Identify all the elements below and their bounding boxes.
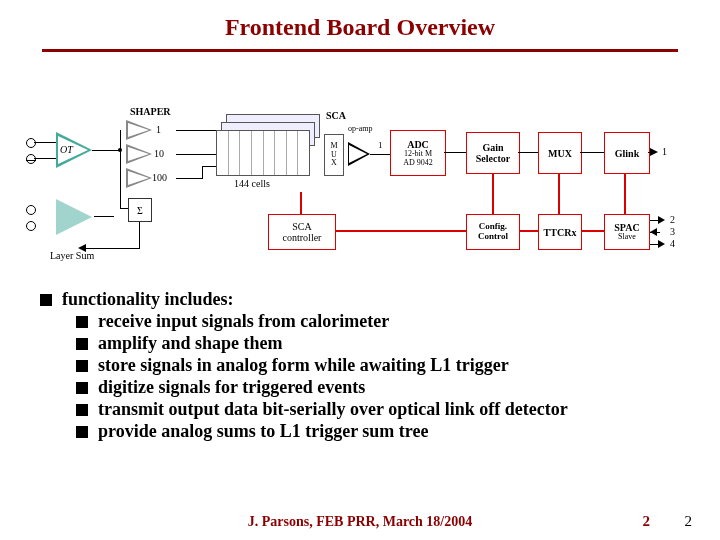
out-1: 1: [662, 146, 667, 157]
input-port-2g: [26, 221, 36, 231]
preamp2-icon: [56, 199, 92, 235]
bullet-icon: [76, 316, 88, 328]
bullet-text: amplify and shape them: [98, 333, 283, 354]
wire-ttc-spac: [582, 230, 604, 232]
gain-1: 1: [156, 124, 161, 135]
page-number-black: 2: [685, 513, 693, 530]
title-underline: [42, 49, 678, 52]
bullet-item-2: store signals in analog form while await…: [76, 355, 680, 376]
bullet-item-0: receive input signals from calorimeter: [76, 311, 680, 332]
wire-glink-down: [624, 174, 626, 214]
config-control-label: Config. Control: [478, 222, 508, 242]
bullet-top-text: functionality includes:: [62, 289, 234, 310]
wire-gs-mux: [518, 152, 538, 153]
mux-small-label: M U X: [330, 142, 337, 168]
wire-pre-shaper: [92, 150, 120, 151]
bullet-icon: [76, 360, 88, 372]
block-diagram: OT SHAPER 1 10 100 Σ Layer Sum: [26, 88, 694, 270]
wire-opamp-adc: [370, 154, 390, 155]
bullet-icon: [40, 294, 52, 306]
opamp-label: op-amp: [348, 124, 372, 133]
out-3: 3: [670, 226, 675, 237]
wire-sigma-down: [139, 222, 140, 248]
gnd-tick-1: [26, 160, 36, 161]
wire-sigma-out: [84, 248, 140, 249]
wire-s1: [176, 130, 216, 131]
page-title: Frontend Board Overview: [0, 0, 720, 41]
wire-sigma-v: [120, 180, 121, 209]
input-port-1g: [26, 154, 36, 164]
bullet-list: functionality includes: receive input si…: [40, 288, 680, 443]
arrow-out3: [650, 228, 657, 236]
sca-controller-box: SCA controller: [268, 214, 336, 250]
wire-mux-glink: [580, 152, 604, 153]
bullet-top: functionality includes:: [40, 289, 680, 310]
adc-in-1: 1: [378, 140, 383, 150]
wire-sigma-in: [120, 208, 128, 209]
bullet-icon: [76, 426, 88, 438]
sca-row-3: [216, 130, 310, 176]
gain-tri-3-in: [128, 171, 149, 185]
sigma-label: Σ: [137, 205, 143, 216]
opamp-inner: [349, 145, 367, 163]
bullet-item-1: amplify and shape them: [76, 333, 680, 354]
out-4: 4: [670, 238, 675, 249]
bullet-icon: [76, 404, 88, 416]
mux-box: MUX: [538, 132, 582, 174]
adc-detail: 12-bit M AD 9042: [403, 150, 433, 168]
bullet-item-4: transmit output data bit-serially over o…: [76, 399, 680, 420]
wire-scac-up: [300, 192, 302, 214]
bullet-text: provide analog sums to L1 trigger sum tr…: [98, 421, 429, 442]
gain-10: 10: [154, 148, 164, 159]
sca-label: SCA: [326, 110, 346, 121]
glink-label: Glink: [615, 148, 639, 159]
adc-box: ADC 12-bit M AD 9042: [390, 130, 446, 176]
out-2: 2: [670, 214, 675, 225]
wire-scac-right: [336, 230, 444, 232]
spac-sub: Slave: [618, 233, 636, 242]
layer-sum-label: Layer Sum: [50, 250, 94, 261]
wire-gs-down: [492, 174, 494, 214]
bullet-text: transmit output data bit-serially over o…: [98, 399, 568, 420]
mux-small: M U X: [324, 134, 344, 176]
gain-selector-label: Gain Selector: [476, 142, 510, 164]
wire-s2: [176, 154, 216, 155]
arrow-out2: [658, 216, 665, 224]
bullet-icon: [76, 338, 88, 350]
footer-text: J. Parsons, FEB PRR, March 18/2004: [0, 514, 720, 530]
bullet-text: store signals in analog form while await…: [98, 355, 509, 376]
gain-selector-box: Gain Selector: [466, 132, 520, 174]
sca-cells-label: 144 cells: [234, 178, 270, 189]
ttcrx-box: TTCRx: [538, 214, 582, 250]
glink-box: Glink: [604, 132, 650, 174]
wire-in1g: [34, 158, 56, 159]
bullet-item-3: digitize signals for triggered events: [76, 377, 680, 398]
preamp-label: OT: [60, 144, 73, 155]
wire-in1: [34, 142, 56, 143]
bullet-icon: [76, 382, 88, 394]
input-port-2: [26, 205, 36, 215]
bullet-text: receive input signals from calorimeter: [98, 311, 389, 332]
gain-tri-1-in: [128, 123, 149, 137]
gain-100: 100: [152, 172, 167, 183]
ttcrx-label: TTCRx: [544, 227, 577, 238]
wire-glink-out: [648, 152, 654, 153]
wire-s3: [176, 178, 202, 179]
config-control-box: Config. Control: [466, 214, 520, 250]
wire-s3h: [202, 166, 216, 167]
sigma-box: Σ: [128, 198, 152, 222]
sca-controller-label: SCA controller: [283, 221, 322, 243]
mux-label: MUX: [548, 148, 572, 159]
wire-adc-gs: [444, 152, 466, 153]
wire-s3v: [202, 166, 203, 179]
shaper-title: SHAPER: [130, 106, 171, 117]
wire-pre2: [94, 216, 114, 217]
wire-scac-cfg: [444, 230, 466, 232]
input-port-1: [26, 138, 36, 148]
spac-box: SPAC Slave: [604, 214, 650, 250]
gain-tri-2-in: [128, 147, 149, 161]
arrow-layersum: [78, 244, 86, 252]
node-1: [118, 148, 122, 152]
arrow-out4: [658, 240, 665, 248]
wire-cfg-ttc: [520, 230, 538, 232]
